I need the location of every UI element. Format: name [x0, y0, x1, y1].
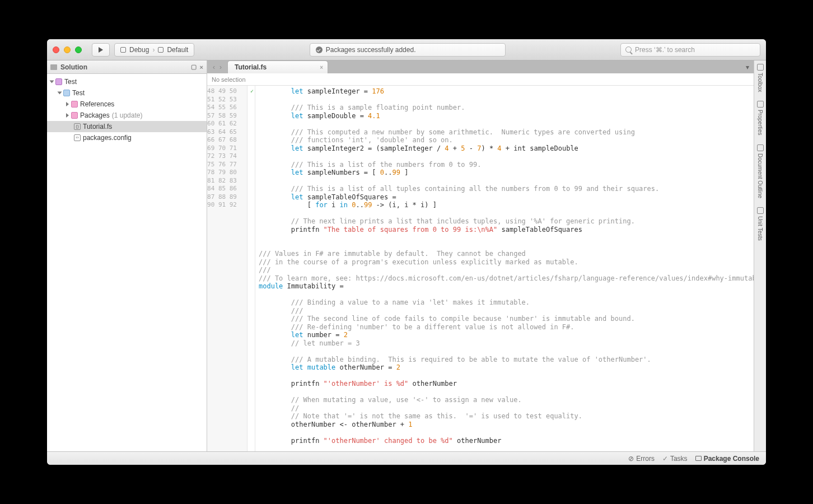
tree-file-tutorial[interactable]: {} Tutorial.fs [47, 121, 207, 132]
line-number-gutter: 48 49 50 51 52 53 54 55 56 57 58 59 60 6… [207, 86, 247, 451]
toolbox-icon [757, 64, 764, 71]
main-area: Solution ▢ × Test Test [47, 60, 766, 451]
run-button[interactable] [92, 43, 110, 57]
run-configuration-selector[interactable]: Debug › Default [114, 43, 194, 57]
disclosure-icon[interactable] [66, 102, 69, 106]
tree-label: Tutorial.fs [83, 123, 112, 130]
search-placeholder: Press ‘⌘.’ to search [635, 46, 695, 54]
rail-label: Properties [757, 110, 763, 136]
editor-tab-bar: ‹ › Tutorial.fs × ▾ [207, 60, 754, 73]
unit-tests-icon [757, 207, 764, 214]
status-label: Errors [636, 455, 655, 463]
panel-options-icon[interactable]: ▢ [191, 63, 197, 71]
status-tick-icon: ✓ [250, 88, 254, 94]
config-target-label: Default [167, 46, 188, 54]
status-bar: ⊘ Errors ✓ Tasks Package Console [47, 451, 766, 465]
tab-overflow-button[interactable]: ▾ [741, 60, 754, 73]
status-errors[interactable]: ⊘ Errors [628, 455, 655, 463]
project-node-icon [63, 90, 70, 96]
tree-label: Packages [80, 111, 110, 119]
ide-window: Debug › Default Packages successfully ad… [47, 39, 766, 465]
target-icon [158, 47, 163, 53]
tree-label: packages.config [83, 134, 132, 142]
packages-update-badge: (1 update) [112, 111, 143, 119]
references-node-icon [71, 101, 78, 108]
right-tool-rail: Toolbox Properties Document Outline Unit… [754, 60, 766, 451]
play-icon [99, 47, 103, 53]
rail-label: Unit Tests [757, 216, 763, 241]
status-tasks[interactable]: ✓ Tasks [662, 455, 688, 463]
search-icon [625, 46, 632, 53]
properties-icon [757, 101, 764, 108]
chevron-right-icon: › [152, 46, 155, 54]
disclosure-icon[interactable] [66, 113, 69, 118]
solution-panel-header[interactable]: Solution ▢ × [47, 60, 207, 74]
editor-tab-tutorial[interactable]: Tutorial.fs × [227, 60, 328, 73]
window-controls [53, 46, 82, 53]
tree-references[interactable]: References [47, 99, 207, 110]
tree-label: References [80, 100, 114, 108]
status-label: Package Console [704, 455, 759, 463]
tree-label: Test [72, 89, 85, 97]
project-icon [120, 47, 126, 53]
breadcrumb-label: No selection [212, 76, 246, 83]
solution-title: Solution [60, 63, 87, 71]
zoom-window-button[interactable] [75, 46, 82, 53]
rail-properties[interactable]: Properties [757, 101, 764, 136]
disclosure-icon[interactable] [50, 81, 54, 83]
tree-root-solution[interactable]: Test [47, 76, 207, 87]
rail-unit-tests[interactable]: Unit Tests [757, 207, 764, 241]
nav-forward-button[interactable]: › [217, 63, 224, 71]
check-icon [316, 46, 323, 53]
breadcrumb[interactable]: No selection [207, 73, 754, 86]
tree-file-packages-config[interactable]: ‹› packages.config [47, 132, 207, 143]
fold-bar: ✓ [247, 86, 255, 451]
minimize-window-button[interactable] [64, 46, 71, 53]
code-editor[interactable]: 48 49 50 51 52 53 54 55 56 57 58 59 60 6… [207, 86, 754, 451]
rail-label: Toolbox [757, 73, 763, 92]
search-input[interactable]: Press ‘⌘.’ to search [620, 43, 760, 57]
build-status[interactable]: Packages successfully added. [310, 43, 506, 57]
status-label: Tasks [670, 455, 688, 463]
check-icon: ✓ [662, 455, 668, 463]
config-file-icon: ‹› [74, 134, 81, 141]
editor-panel: ‹ › Tutorial.fs × ▾ No selection 48 49 5… [207, 60, 754, 451]
error-icon: ⊘ [628, 455, 634, 463]
solution-icon [50, 64, 57, 70]
solution-node-icon [55, 78, 62, 85]
document-outline-icon [757, 144, 764, 151]
tab-close-icon[interactable]: × [320, 64, 323, 71]
code-content[interactable]: let sampleInteger = 176 /// This is a sa… [255, 86, 754, 451]
nav-back-button[interactable]: ‹ [211, 63, 217, 71]
rail-label: Document Outline [757, 153, 763, 198]
packages-node-icon [71, 112, 78, 119]
tree-project[interactable]: Test [47, 87, 207, 99]
status-message: Packages successfully added. [326, 46, 416, 54]
solution-tree: Test Test References Packages (1 update) [47, 74, 207, 146]
disclosure-icon[interactable] [58, 92, 62, 95]
solution-panel: Solution ▢ × Test Test [47, 60, 207, 451]
panel-close-icon[interactable]: × [200, 64, 203, 71]
toolbar: Debug › Default Packages successfully ad… [47, 39, 766, 60]
tree-label: Test [64, 78, 77, 86]
tab-label: Tutorial.fs [235, 63, 267, 71]
config-debug-label: Debug [129, 46, 149, 54]
terminal-icon [695, 456, 702, 461]
tree-packages[interactable]: Packages (1 update) [47, 110, 207, 121]
close-window-button[interactable] [53, 46, 59, 53]
rail-document-outline[interactable]: Document Outline [757, 144, 764, 198]
fsharp-file-icon: {} [74, 123, 81, 130]
rail-toolbox[interactable]: Toolbox [757, 64, 764, 92]
status-package-console[interactable]: Package Console [695, 455, 759, 463]
